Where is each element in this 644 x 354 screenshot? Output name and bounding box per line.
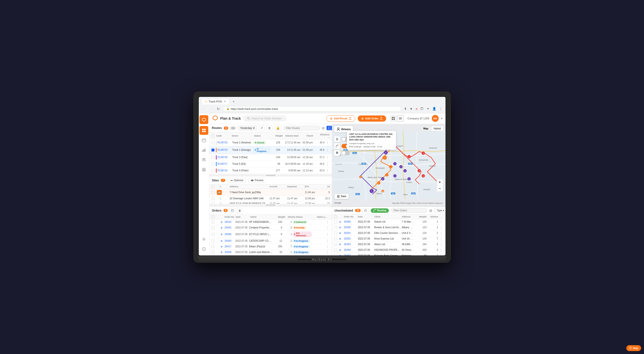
map-toggle-btn[interactable] [326, 126, 332, 130]
table-row[interactable]: R138716 Truck 4 (Peter) 277 9 09:00 am 1… [210, 167, 332, 174]
section-divider-1[interactable] [210, 174, 332, 177]
list-item[interactable]: ⋮⋮ D 26493 2022.07.05 CATERCORP CO PACKE… [210, 238, 332, 244]
routing-button[interactable]: Routing [371, 208, 389, 213]
route-checkbox[interactable] [212, 169, 214, 172]
select-all-unscheduled-checkbox[interactable] [334, 215, 337, 218]
unscheduled-order-number[interactable]: 26391 [344, 232, 358, 234]
map-type-map[interactable]: Map [421, 126, 431, 131]
type-dropdown[interactable]: Type ▾ [434, 208, 446, 213]
grid-view-btn[interactable] [390, 115, 396, 122]
order-more-btn[interactable]: ⋮ [325, 232, 330, 236]
unscheduled-more-btn[interactable]: ⋮ [439, 254, 444, 256]
route-code[interactable]: R138719 [218, 149, 232, 151]
unscheduled-more-btn[interactable]: ⋮ [439, 231, 444, 235]
bookmark-icon[interactable]: ★ [409, 106, 414, 111]
order-number[interactable]: 26409 [224, 251, 235, 254]
date-selector[interactable]: Yesterday ▾ [238, 126, 257, 130]
unscheduled-copy-btn[interactable]: ⧠ [362, 208, 369, 213]
menu-icon[interactable]: ⋮ [438, 106, 443, 111]
delete-btn[interactable]: 🗑 [266, 125, 272, 130]
table-row[interactable]: R138720 Truck 2 (Andrew) Closed 228 17.5… [210, 139, 332, 146]
tab-close-icon[interactable]: ✕ [224, 100, 226, 103]
resize-handle[interactable] [266, 175, 276, 176]
list-item[interactable]: D 26394 2022.07.05 HIGHWOOD PROPERTIE...… [332, 247, 446, 253]
unscheduled-more-btn[interactable]: ⋮ [439, 220, 444, 224]
resize-handle-2[interactable] [266, 204, 276, 206]
order-more-btn[interactable]: ⋮ [325, 250, 330, 254]
map-container[interactable]: 1 2 2 1 [332, 124, 446, 206]
list-item[interactable]: ⋮⋮ D 26417 2022.07.05 Elkam (Pty)Ltd 200… [210, 244, 332, 250]
unscheduled-scroll-area[interactable]: D 26389 2022.07.05 Askort Ltd 7 St Marga… [332, 219, 446, 256]
order-number[interactable]: 26493 [224, 240, 235, 242]
unscheduled-checkbox[interactable] [334, 220, 337, 223]
order-checkbox[interactable] [212, 221, 214, 224]
list-item[interactable]: D 26390 2022.07.05 Brewer & Sons Ltd-Hor… [332, 225, 446, 230]
route-code[interactable]: R138716 [218, 169, 232, 172]
route-more-btn[interactable]: ⋮ [325, 162, 330, 166]
drag-handle[interactable]: ⋮⋮ [225, 191, 229, 194]
unscheduled-checkbox[interactable] [334, 232, 337, 235]
order-more-btn[interactable]: ⋮ [325, 245, 330, 249]
order-drag-handle[interactable]: ⋮⋮ [216, 245, 220, 248]
sites-scroll-area[interactable]: 🏠 ⋮⋮ 7 Hazel Drive Send, gu236lq 11:46 a… [210, 189, 332, 204]
add-route-button[interactable]: ⊕ Add Route [326, 115, 356, 122]
list-item[interactable]: 2 ⋮⋮ UNIT A2 ALADIN BUSINESS CENTRE 426 … [210, 201, 332, 204]
route-code[interactable]: R138717 [218, 163, 232, 165]
list-item[interactable]: D 26389 2022.07.05 Askort Ltd 7 St Marga… [332, 219, 446, 225]
route-more-btn[interactable]: ⋮ [325, 155, 330, 159]
unscheduled-order-number[interactable]: 26397 [344, 254, 358, 256]
sidebar-item-calendar[interactable] [200, 136, 208, 145]
select-all-orders-checkbox[interactable] [212, 216, 214, 218]
table-row[interactable]: R138719 Truck 1 (Georgy) In Progress 338… [210, 146, 332, 154]
site-checkbox[interactable] [212, 197, 214, 200]
route-code[interactable]: R138718 [218, 156, 232, 159]
unscheduled-order-number[interactable]: 26393 [344, 243, 358, 246]
unscheduled-more-btn[interactable]: ⋮ [439, 243, 444, 246]
orders-copy-btn[interactable]: ⧠ [230, 208, 235, 213]
route-code[interactable]: R138720 [218, 141, 232, 144]
section-divider-2[interactable] [210, 204, 332, 206]
sidebar-item-settings[interactable] [200, 235, 208, 244]
unscheduled-order-number[interactable]: 26392 [344, 237, 358, 240]
sidebar-item-analytics[interactable] [200, 146, 208, 154]
order-more-btn[interactable]: ⋮ [325, 239, 330, 243]
zoom-in-button[interactable]: + [437, 179, 443, 185]
select-all-sites-checkbox[interactable] [212, 185, 214, 188]
zoom-out-button[interactable]: − [437, 185, 443, 192]
order-checkbox[interactable] [212, 233, 214, 236]
unscheduled-checkbox[interactable] [334, 249, 337, 252]
unscheduled-order-number[interactable]: 26390 [344, 226, 358, 229]
unscheduled-checkbox[interactable] [334, 254, 337, 256]
back-button[interactable]: ← [201, 106, 206, 112]
active-tab[interactable]: ⬡ Track-POD ✕ [201, 98, 230, 104]
select-all-routes-checkbox[interactable] [212, 134, 214, 137]
refresh-button[interactable]: ↻ [216, 106, 221, 112]
order-drag-handle[interactable]: ⋮⋮ [216, 233, 220, 236]
route-checkbox[interactable] [212, 163, 214, 165]
map-type-hybrid[interactable]: Hybrid [431, 126, 444, 131]
sidebar-item-contacts[interactable] [200, 165, 208, 174]
unscheduled-filter-input[interactable] [391, 208, 427, 213]
map-save-button[interactable]: Save [334, 194, 349, 199]
unscheduled-order-number[interactable]: 26394 [344, 249, 358, 251]
sidebar-item-routes[interactable] [200, 126, 208, 135]
order-number[interactable]: 26417 [224, 245, 235, 248]
list-item[interactable]: 🏠 ⋮⋮ 7 Hazel Drive Send, gu236lq 11:46 a… [210, 189, 332, 196]
unscheduled-more-btn[interactable]: ⋮ [439, 226, 444, 229]
unscheduled-checkbox[interactable] [334, 243, 337, 246]
new-tab-button[interactable]: + [230, 98, 236, 105]
unscheduled-more-btn[interactable]: ⋮ [439, 248, 444, 252]
order-search-box[interactable]: Search by Order Number [243, 116, 286, 121]
list-item[interactable]: D 26392 2022.07.05 Arion Express Ltd. Un… [332, 236, 446, 242]
list-item[interactable]: D 26391 2022.07.05 Elite Courier Service… [332, 230, 446, 236]
order-number[interactable]: 26410 [224, 221, 235, 223]
avatar-chevron[interactable]: ▾ [441, 117, 442, 120]
list-item[interactable]: D 26393 2022.07.05 Abreo Ltd. 38 EARLSWO… [332, 242, 446, 247]
table-row[interactable]: R138717 Truck 5 (Ed) 48 16.5 09:00 am 11… [210, 161, 332, 167]
user-avatar[interactable]: AN [432, 115, 439, 122]
list-item[interactable]: ⋮⋮ D 26409 2022.07.05 Leshin and Alberti… [210, 250, 332, 255]
bell-btn[interactable]: 🔔 [274, 125, 282, 131]
table-row[interactable]: R138718 Truck 3 (Paul) 249 12 09:00 am 1… [210, 154, 332, 161]
order-drag-handle[interactable]: ⋮⋮ [216, 221, 220, 223]
preview-button[interactable]: Preview [248, 178, 266, 183]
